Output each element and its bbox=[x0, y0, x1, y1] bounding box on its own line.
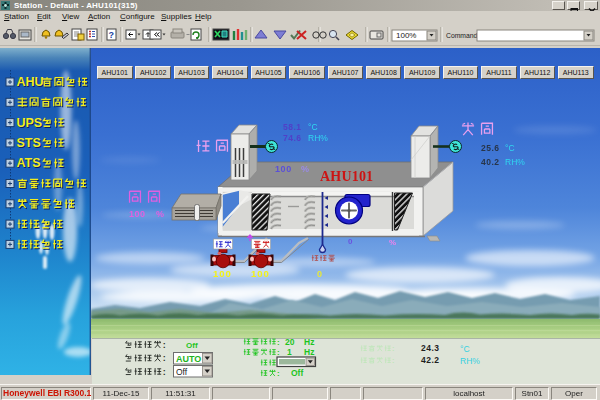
svg-text:AHU: AHU bbox=[17, 75, 44, 89]
svg-text:%: % bbox=[389, 238, 396, 247]
svg-text:40.2: 40.2 bbox=[481, 157, 500, 167]
svg-text::: : bbox=[392, 344, 395, 353]
svg-text:ATS: ATS bbox=[17, 156, 41, 170]
svg-text:%: % bbox=[301, 164, 309, 174]
svg-text:100: 100 bbox=[129, 209, 146, 219]
svg-text:°C: °C bbox=[505, 143, 515, 153]
svg-text:Command: Command bbox=[446, 32, 478, 39]
svg-text:42.2: 42.2 bbox=[421, 355, 440, 365]
svg-text:Off: Off bbox=[291, 368, 303, 378]
svg-text:1: 1 bbox=[287, 347, 292, 357]
svg-text::: : bbox=[163, 367, 166, 377]
svg-text:Off: Off bbox=[186, 341, 198, 350]
svg-text:100: 100 bbox=[251, 268, 270, 279]
svg-text:74.6: 74.6 bbox=[283, 133, 302, 143]
svg-text::: : bbox=[163, 353, 166, 363]
svg-text:100: 100 bbox=[275, 164, 292, 174]
svg-text:°C: °C bbox=[308, 122, 318, 132]
svg-text:Hz: Hz bbox=[304, 338, 314, 347]
svg-text:%: % bbox=[156, 209, 164, 219]
svg-text:20: 20 bbox=[285, 338, 295, 347]
svg-text:STS: STS bbox=[17, 136, 41, 150]
svg-text::: : bbox=[163, 340, 166, 350]
svg-text::: : bbox=[392, 356, 395, 365]
svg-text:RH%: RH% bbox=[308, 133, 328, 143]
svg-text:24.3: 24.3 bbox=[421, 343, 440, 353]
svg-text::: : bbox=[277, 348, 280, 357]
svg-text::: : bbox=[277, 369, 280, 378]
svg-text:100: 100 bbox=[213, 268, 232, 279]
svg-text:25.6: 25.6 bbox=[481, 143, 500, 153]
svg-text:58.1: 58.1 bbox=[283, 122, 302, 132]
svg-text::: : bbox=[277, 338, 280, 347]
svg-text:?: ? bbox=[109, 30, 115, 40]
svg-text:Off: Off bbox=[176, 367, 188, 377]
svg-text:AUTO: AUTO bbox=[176, 354, 201, 364]
svg-text:0: 0 bbox=[348, 237, 353, 246]
svg-text:UPS: UPS bbox=[17, 116, 43, 130]
svg-text:AHU101: AHU101 bbox=[320, 169, 373, 184]
svg-text:0: 0 bbox=[317, 269, 322, 279]
svg-text:Hz: Hz bbox=[304, 347, 314, 357]
svg-text:°C: °C bbox=[460, 344, 470, 354]
svg-text:100%: 100% bbox=[396, 31, 416, 40]
svg-text:RH%: RH% bbox=[460, 356, 480, 366]
svg-text:RH%: RH% bbox=[505, 157, 525, 167]
